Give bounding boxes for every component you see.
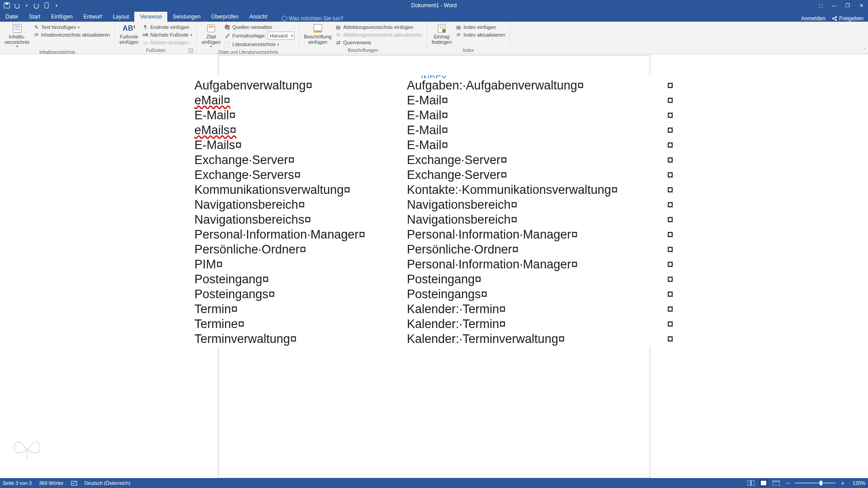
tab-file[interactable]: Datei bbox=[0, 12, 24, 22]
insert-caption-button[interactable]: Beschriftung einfügen bbox=[302, 23, 333, 48]
insert-footnote-button[interactable]: AB1 Fußnote einfügen bbox=[118, 23, 140, 48]
toc-button[interactable]: Inhalts- verzeichnis ▾ bbox=[3, 23, 31, 50]
tab-layout[interactable]: Layout bbox=[107, 12, 134, 22]
watermark-butterfly-icon bbox=[9, 428, 45, 465]
caption-icon bbox=[313, 23, 323, 33]
status-page[interactable]: Seite 3 von 3 bbox=[3, 480, 32, 486]
tell-me-search[interactable]: Was möchten Sie tun? bbox=[282, 15, 343, 22]
footnotes-dialog-launcher[interactable]: ↘ bbox=[189, 48, 193, 53]
tab-sendungen[interactable]: Sendungen bbox=[167, 12, 206, 22]
index-term-left: PIM¤ bbox=[194, 258, 407, 272]
index-term-left: Terminverwaltung¤ bbox=[194, 332, 407, 346]
group-captions: Beschriftung einfügen ▤Abbildungsverzeic… bbox=[299, 22, 427, 54]
mark-entry-button[interactable]: Eintrag festlegen bbox=[430, 23, 454, 48]
index-term-left: Navigationsbereichs¤ bbox=[194, 213, 407, 227]
next-footnote-icon: AB bbox=[142, 32, 149, 38]
touch-mode-icon[interactable] bbox=[42, 1, 51, 9]
zoom-slider[interactable] bbox=[795, 483, 835, 483]
index-row: Navigationsbereich¤Navigationsbereich¤¤ bbox=[194, 197, 674, 212]
maximize-button[interactable]: ❐ bbox=[841, 0, 854, 11]
print-layout-icon[interactable] bbox=[759, 479, 768, 487]
index-row-symbol: ¤ bbox=[660, 332, 674, 346]
zoom-thumb[interactable] bbox=[820, 481, 822, 485]
tab-ansicht[interactable]: Ansicht bbox=[244, 12, 273, 22]
crossref-button[interactable]: ⇄Querverweis bbox=[334, 39, 423, 46]
window-controls: ⬚ — ❐ ✕ bbox=[814, 0, 868, 11]
tab-start[interactable]: Start bbox=[24, 12, 46, 22]
tab-verweise[interactable]: Verweise bbox=[134, 12, 167, 22]
update-icon: ⟳ bbox=[33, 32, 39, 38]
add-text-icon: ✎ bbox=[33, 24, 39, 30]
index-term-right: Persönliche·Ordner¤ bbox=[407, 243, 660, 257]
index-term-left: Kommunikationsverwaltung¤ bbox=[194, 183, 407, 197]
save-icon[interactable] bbox=[3, 1, 11, 9]
group-citations: Zitat einfügen ▾ 📚Quellen verwalten 🖉 Fo… bbox=[197, 22, 299, 54]
toc-add-text-button[interactable]: ✎Text hinzufügen▾ bbox=[32, 23, 111, 31]
insert-index-button[interactable]: ▤Index einfügen bbox=[454, 23, 506, 31]
quick-access-toolbar: ▾ ▾ bbox=[0, 1, 61, 9]
title-bar: ▾ ▾ Dokument1 - Word ⬚ — ❐ ✕ bbox=[0, 0, 868, 11]
read-mode-icon[interactable] bbox=[746, 479, 755, 487]
index-row-symbol: ¤ bbox=[660, 213, 674, 227]
bibliography-button[interactable]: 📄Literaturverzeichnis▾ bbox=[223, 41, 295, 48]
qat-dropdown-icon[interactable]: ▾ bbox=[52, 1, 61, 9]
index-term-left: Navigationsbereich¤ bbox=[194, 198, 407, 212]
minimize-button[interactable]: — bbox=[827, 0, 841, 11]
redo-icon[interactable] bbox=[33, 1, 41, 9]
manage-sources-icon: 📚 bbox=[224, 24, 231, 30]
index-row-symbol: ¤ bbox=[660, 198, 674, 212]
next-footnote-button[interactable]: ABNächste Fußnote▾ bbox=[142, 31, 193, 38]
index-term-right: Kalender:·Termin¤ bbox=[407, 317, 660, 331]
show-notes-icon: ▭ bbox=[142, 39, 149, 46]
ribbon-display-options-icon[interactable]: ⬚ bbox=[814, 0, 827, 11]
index-term-right: Exchange·Server¤ bbox=[407, 168, 660, 182]
index-row: Posteingangs¤Posteingangs¤¤ bbox=[194, 287, 674, 302]
group-label-captions: Beschriftungen bbox=[302, 48, 424, 54]
style-value-box[interactable]: Harvard▾ bbox=[268, 32, 294, 40]
endnote-icon: ¶ bbox=[142, 24, 149, 30]
citation-style-dropdown[interactable]: 🖉 Formatvorlage: Harvard▾ bbox=[223, 31, 295, 40]
status-bar: Seite 3 von 3 369 Wörter Deutsch (Österr… bbox=[0, 478, 868, 488]
index-term-left: Exchange·Server¤ bbox=[194, 153, 407, 167]
tab-überprüfen[interactable]: Überprüfen bbox=[206, 12, 244, 22]
group-label-footnotes: Fußnoten↘ bbox=[118, 48, 194, 54]
insert-endnote-button[interactable]: ¶Endnote einfügen bbox=[142, 23, 193, 31]
index-term-left: Exchange·Servers¤ bbox=[194, 168, 407, 182]
manage-sources-button[interactable]: 📚Quellen verwalten bbox=[223, 23, 295, 31]
toc-update-button[interactable]: ⟳Inhaltsverzeichnis aktualisieren bbox=[32, 31, 111, 38]
share-button[interactable]: Freigeben bbox=[832, 15, 863, 22]
close-button[interactable]: ✕ bbox=[854, 0, 868, 11]
status-words[interactable]: 369 Wörter bbox=[39, 480, 63, 486]
svg-rect-24 bbox=[761, 481, 766, 485]
index-row-symbol: ¤ bbox=[660, 138, 674, 152]
web-layout-icon[interactable] bbox=[772, 479, 781, 487]
update-index-button[interactable]: ⟳Index aktualisieren bbox=[454, 31, 506, 38]
zoom-out-button[interactable]: − bbox=[784, 480, 792, 487]
index-term-left: E-Mails¤ bbox=[194, 138, 407, 152]
status-proofing-icon[interactable] bbox=[71, 480, 77, 486]
collapse-ribbon-icon[interactable]: ˆ bbox=[864, 48, 865, 53]
index-term-right: E-Mail¤ bbox=[407, 123, 660, 137]
document-area[interactable]: INDEX Aufgabenverwaltung¤Aufgaben:·Aufga… bbox=[0, 54, 868, 478]
status-language[interactable]: Deutsch (Österreich) bbox=[85, 480, 130, 486]
footnote-icon: AB1 bbox=[124, 23, 134, 33]
zoom-level[interactable]: 120% bbox=[853, 480, 865, 486]
index-row: PIM¤Personal·Information·Manager¤¤ bbox=[194, 257, 674, 272]
index-row-symbol: ¤ bbox=[660, 287, 674, 301]
sign-in-link[interactable]: Anmelden bbox=[801, 15, 826, 22]
index-row-symbol: ¤ bbox=[660, 258, 674, 272]
insert-tof-button[interactable]: ▤Abbildungsverzeichnis einfügen bbox=[334, 23, 423, 31]
tab-einfügen[interactable]: Einfügen bbox=[46, 12, 78, 22]
svg-rect-13 bbox=[209, 26, 213, 28]
index-term-right: Navigationsbereich¤ bbox=[407, 213, 660, 227]
index-term-right: E-Mail¤ bbox=[407, 94, 660, 108]
tab-entwurf[interactable]: Entwurf bbox=[78, 12, 108, 22]
undo-icon[interactable] bbox=[13, 1, 21, 9]
zoom-in-button[interactable]: + bbox=[839, 480, 846, 487]
ribbon-tabs: Datei StartEinfügenEntwurfLayoutVerweise… bbox=[0, 11, 868, 22]
group-footnotes: AB1 Fußnote einfügen ¶Endnote einfügen A… bbox=[115, 22, 197, 54]
insert-citation-button[interactable]: Zitat einfügen ▾ bbox=[200, 23, 222, 50]
index-row-symbol: ¤ bbox=[660, 183, 674, 197]
undo-dropdown-icon[interactable]: ▾ bbox=[23, 1, 31, 9]
update-tof-icon: ⟳ bbox=[335, 32, 341, 38]
